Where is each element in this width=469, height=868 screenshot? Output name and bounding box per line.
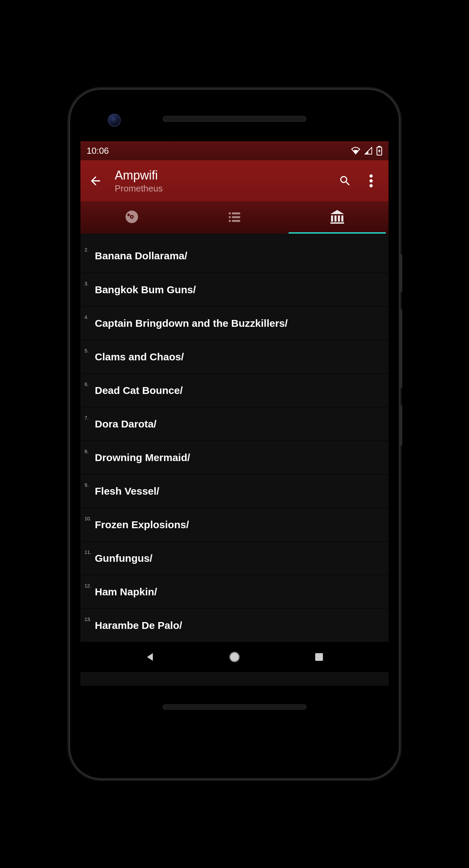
svg-point-7 [131, 216, 132, 218]
list-item[interactable]: 4.Captain Bringdown and the Buzzkillers/ [80, 306, 389, 340]
list-item-index: 9. [82, 482, 95, 488]
list-item[interactable]: 11.Gunfungus/ [80, 541, 389, 575]
list-item-label: Flesh Vessel/ [95, 485, 159, 497]
side-button [400, 254, 402, 292]
list-item-label: Banana Dollarama/ [95, 250, 187, 262]
svg-rect-11 [229, 216, 231, 218]
list-item-index: 12. [82, 583, 95, 588]
status-icons [351, 146, 382, 156]
svg-point-20 [230, 653, 239, 662]
svg-rect-14 [232, 220, 240, 222]
nav-back-button[interactable] [136, 647, 164, 667]
list-item-label: Drowning Mermaid/ [95, 452, 190, 463]
list-item-index: 7. [82, 415, 95, 421]
nav-recent-button[interactable] [305, 647, 333, 667]
tab-playlist[interactable] [183, 201, 286, 234]
svg-rect-16 [334, 215, 337, 222]
back-button[interactable] [85, 170, 106, 192]
wifi-icon [351, 147, 360, 155]
list-item-label: Dead Cat Bounce/ [95, 385, 183, 396]
svg-point-8 [127, 214, 130, 216]
svg-rect-15 [331, 215, 333, 222]
list-item-label: Captain Bringdown and the Buzzkillers/ [95, 318, 288, 329]
list-item-index: 10. [82, 516, 95, 521]
phone-frame: 10:06 Ampwifi Prometheus [70, 90, 399, 778]
list-item[interactable]: 5.Clams and Chaos/ [80, 340, 389, 373]
list-item[interactable]: 8.Drowning Mermaid/ [80, 441, 389, 474]
app-bar-titles: Ampwifi Prometheus [106, 168, 338, 194]
list-item-label: Gunfungus/ [95, 553, 152, 564]
list-item-label: Bangkok Bum Guns/ [95, 284, 196, 296]
list-item-index: 6. [82, 382, 95, 387]
side-button [400, 309, 402, 388]
svg-rect-21 [315, 653, 323, 661]
library-icon [329, 209, 345, 226]
list-item-index: 8. [82, 449, 95, 454]
list-icon [227, 209, 242, 226]
list-item[interactable]: 10.Frozen Explosions/ [80, 508, 389, 541]
list-item-label: Dora Darota/ [95, 418, 156, 430]
tab-now-playing[interactable] [80, 201, 183, 234]
list-item[interactable]: 2.Banana Dollarama/ [80, 239, 389, 273]
list-item-label: Clams and Chaos/ [95, 351, 184, 363]
speaker-icon [163, 704, 306, 710]
list-item[interactable]: 6.Dead Cat Bounce/ [80, 373, 389, 407]
list-item-label: Ham Napkin/ [95, 586, 157, 598]
battery-icon [376, 146, 382, 156]
app-title: Ampwifi [115, 168, 338, 183]
list-item-label: Harambe De Palo/ [95, 620, 182, 631]
list-item[interactable]: 13.Harambe De Palo/ [80, 608, 389, 642]
list-item-index: 5. [82, 348, 95, 354]
svg-rect-12 [232, 216, 240, 218]
nav-home-button[interactable] [221, 647, 248, 667]
list-item-index: 11. [82, 549, 95, 555]
app-bar: Ampwifi Prometheus [80, 160, 389, 201]
signal-icon [364, 147, 373, 155]
list-item-index: 3. [82, 281, 95, 286]
list-item-index: 4. [82, 314, 95, 320]
list-item-index: 2. [82, 247, 95, 252]
menu-overflow-button[interactable] [364, 174, 378, 188]
status-time: 10:06 [87, 146, 351, 156]
list-item-index: 13. [82, 617, 95, 622]
svg-point-2 [369, 174, 373, 178]
speaker-icon [163, 116, 306, 122]
list-item[interactable]: 7.Dora Darota/ [80, 407, 389, 441]
camera-icon [108, 114, 121, 127]
svg-point-3 [369, 179, 373, 183]
svg-rect-19 [330, 222, 344, 224]
svg-rect-9 [229, 212, 231, 214]
svg-rect-18 [341, 215, 343, 222]
library-list[interactable]: 2.Banana Dollarama/3.Bangkok Bum Guns/4.… [80, 234, 389, 642]
side-button [400, 405, 402, 446]
svg-rect-1 [378, 146, 381, 147]
svg-rect-10 [232, 212, 240, 214]
svg-rect-13 [229, 220, 231, 222]
disc-icon [124, 209, 139, 226]
search-button[interactable] [338, 174, 352, 188]
svg-point-4 [369, 184, 373, 188]
phone-top-bezel [80, 100, 389, 141]
phone-bottom-bezel [80, 686, 389, 717]
system-nav-bar [80, 642, 389, 672]
app-subtitle: Prometheus [115, 183, 338, 194]
list-item[interactable]: 3.Bangkok Bum Guns/ [80, 273, 389, 306]
list-item[interactable]: 9.Flesh Vessel/ [80, 474, 389, 508]
list-item-label: Frozen Explosions/ [95, 519, 189, 531]
tab-bar [80, 201, 389, 234]
tab-library[interactable] [286, 201, 389, 234]
screen: 10:06 Ampwifi Prometheus [80, 141, 389, 686]
svg-rect-17 [338, 215, 340, 222]
list-item[interactable]: 12.Ham Napkin/ [80, 575, 389, 608]
status-bar: 10:06 [80, 141, 389, 160]
